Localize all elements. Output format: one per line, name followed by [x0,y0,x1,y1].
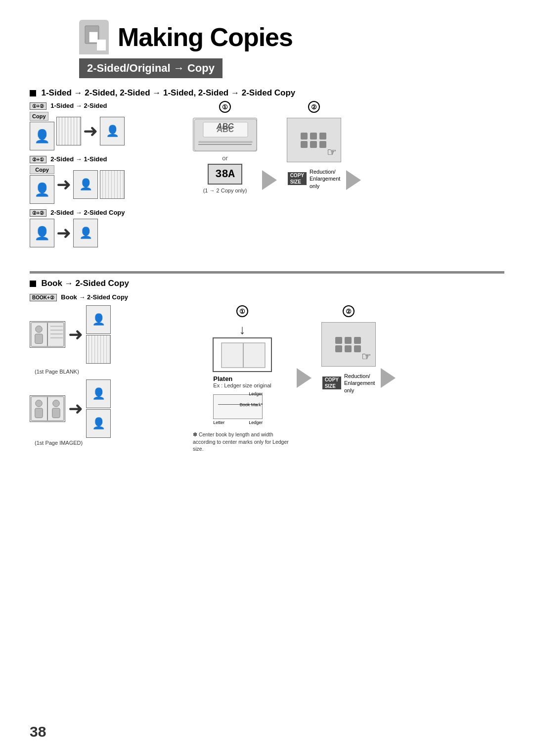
person-icon-2: 👤 [34,182,50,197]
panel-btn [319,141,326,148]
panel-grid-1 [301,133,327,148]
doc-person-1: 👤 [30,122,54,150]
section1-title-row: 1-Sided → 2-Sided, 2-Sided → 1-Sided, 2-… [30,88,504,98]
step1-num: ① [219,101,231,113]
top-section: ①+② 1-Sided → 2-Sided Copy 👤 ➜ 👤 [30,101,504,251]
right-diagrams: ① ABC or 38A (1 → 2 C [193,101,504,251]
display-38a: 38A [208,164,242,185]
cs-badge-2: COPY SIZE [322,377,341,389]
copy-label-1: Copy 👤 [30,112,54,150]
arrow-3: ➜ [56,224,71,242]
caption-blank: (1st Page BLANK) [35,369,183,375]
book-arrow-2: ➜ [68,400,83,418]
result-book-1-doc: 👤 [86,305,111,334]
platen-desc: Ex : Ledger size original [213,382,271,388]
step2-num-b: ② [343,305,355,317]
panel-btn-b [335,337,342,344]
book-arrow-1: ➜ [68,326,83,343]
step2-col: ② ☞ COPY S [287,101,341,189]
svg-rect-11 [35,334,43,343]
left-diagrams: ①+② 1-Sided → 2-Sided Copy 👤 ➜ 👤 [30,101,183,251]
book-on-platen [221,342,266,370]
copy-word-2: COPY [322,377,341,383]
panel-btn-b [354,345,361,352]
svg-marker-24 [297,368,312,388]
caption-imaged: (1st Page IMAGED) [35,440,183,446]
result-book-2-doc: 👤 [86,379,111,408]
asterisk-note: ✽ Center book by length and width accord… [193,431,292,453]
page-container: Making Copies 2-Sided/Original → Copy 1-… [0,0,534,756]
arrow-2: ➜ [56,176,71,193]
subtitle-bar: 2-Sided/Original → Copy [79,58,222,78]
panel-btn [319,133,326,140]
arrow-1: ➜ [83,122,98,140]
row2-text: 2-Sided → 1-Sided [50,155,107,163]
svg-point-18 [36,400,43,407]
doc-person-2: 👤 [30,175,54,204]
person-icon-2a: 👤 [79,178,92,191]
person-icon-1: 👤 [34,129,50,144]
reduction-text-1: Reduction/Enlargementonly [310,168,340,189]
section1-title: 1-Sided → 2-Sided, 2-Sided → 1-Sided, 2-… [41,88,295,97]
note-text: (1 → 2 Copy only) [203,188,247,193]
badge-2-2: ②+② [30,209,46,217]
bottom-section: Book → 2-Sided Copy BOOK+② Book → 2-Side… [30,271,504,453]
svg-rect-21 [52,408,60,418]
step1-col: ① ABC or 38A (1 → 2 C [193,101,257,193]
book-row-1: ➜ 👤 [30,305,183,364]
book-mark-label: Book Mark* [240,402,263,407]
step1-num-b: ① [236,305,248,317]
section2-title-row: Book → 2-Sided Copy [30,279,504,288]
bottom-left: ➜ 👤 (1st Page BLANK) [30,305,183,453]
section2-divider [30,271,504,274]
result-doc-1a: 👤 [100,117,125,145]
copy-tag-2: Copy [30,165,54,174]
result-book-1-stripes [86,335,111,364]
step1-col-b: ① ↓ [193,305,292,453]
panel-grid-2 [335,337,362,352]
badge-2-1: ②+① [30,156,46,163]
book-fig-2 [30,395,65,422]
svg-marker-7 [346,170,361,190]
panel-btn [310,141,317,148]
or-display-col: or 38A [208,154,242,185]
result-docs-1: 👤 [100,117,125,145]
section2-title: Book → 2-Sided Copy [41,279,129,288]
person-icon-book-2b: 👤 [92,417,105,430]
copy-group-1: Copy 👤 ➜ 👤 [30,112,183,150]
ledger-diagram: Ledger Book Mark* Letter Ledger [213,390,263,425]
copy-word-1: COPY [288,172,307,179]
result-doc-2a: 👤 [73,170,98,199]
chevron-4 [381,366,400,392]
letter-label: Letter [213,420,224,425]
panel-btn-b [335,345,342,352]
result-book-2-doc2: 👤 [86,409,111,438]
hand-icon-b: ☞ [361,350,371,363]
svg-rect-1 [89,32,98,43]
platen-assembly: ↓ [213,322,272,372]
person-icon-book-2: 👤 [92,387,105,400]
reduction-text-2: Reduction/Enlargementonly [344,373,375,394]
svg-point-10 [36,326,43,333]
row2-label: ②+① 2-Sided → 1-Sided [30,154,183,163]
platen-info: Platen Ex : Ledger size original Ledger … [213,375,271,425]
row1-text: 1-Sided → 2-Sided [50,102,107,109]
chevron-2 [346,168,366,194]
control-panel-2: ☞ [321,322,376,367]
step2-num: ② [308,101,320,113]
header-area: Making Copies [79,20,504,54]
platen-rect [213,337,272,372]
result-doc-3a: 👤 [73,219,98,247]
copy-group-2: Copy 👤 ➜ 👤 [30,165,183,204]
section2-badge-row: BOOK+② Book → 2-Sided Copy [30,292,504,301]
reduction-label-2: Reduction/Enlargementonly [344,373,375,393]
row1-label: ①+② 1-Sided → 2-Sided [30,101,183,110]
panel-btn [301,133,308,140]
panel-btn [310,133,317,140]
panel-btn-b [345,337,352,344]
copy-size-block-2: COPY SIZE Reduction/Enlargementonly [322,373,375,394]
person-icon-3: 👤 [34,226,50,241]
svg-marker-6 [262,170,277,190]
svg-text:ABC: ABC [217,125,234,134]
chevron-1 [262,168,282,194]
